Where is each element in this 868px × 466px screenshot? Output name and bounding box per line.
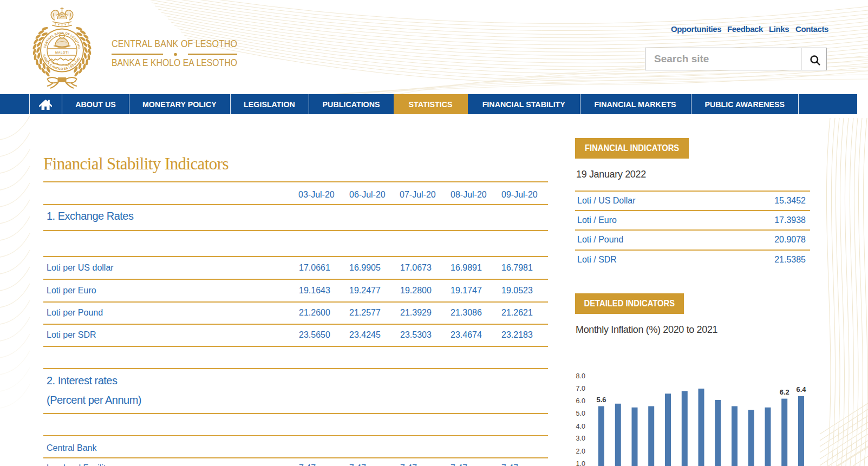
svg-text:1.0: 1.0 [576, 460, 585, 466]
svg-text:7.0: 7.0 [576, 385, 585, 392]
svg-text:4.0: 4.0 [576, 423, 585, 430]
svg-text:6.4: 6.4 [796, 385, 806, 393]
svg-text:6.2: 6.2 [780, 388, 789, 396]
svg-text:5.0: 5.0 [576, 410, 585, 417]
svg-text:2.0: 2.0 [576, 448, 585, 455]
svg-text:8.0: 8.0 [576, 372, 585, 380]
svg-text:3.0: 3.0 [576, 435, 585, 442]
svg-text:6.0: 6.0 [576, 397, 585, 405]
svg-text:MALOTI: MALOTI [55, 51, 69, 54]
svg-text:5.6: 5.6 [596, 396, 606, 404]
